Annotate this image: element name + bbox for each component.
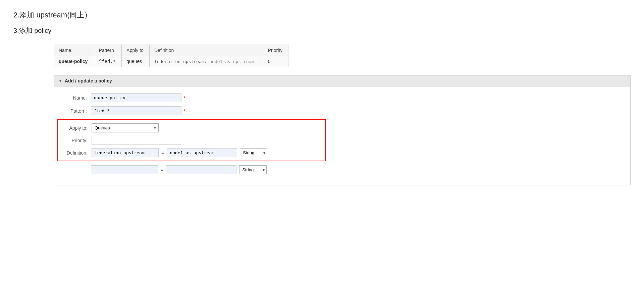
col-header-pattern: Pattern (94, 45, 122, 56)
def-val: node1-as-upstream (209, 59, 254, 64)
apply-to-row: Apply to: Queues Exchanges All (58, 123, 321, 132)
highlight-box: Apply to: Queues Exchanges All Priority:… (57, 119, 326, 161)
name-required-star: * (183, 95, 185, 101)
form-area: Name: * Pattern: * Apply to: Queues Exch… (54, 86, 631, 185)
definition-label: Definition: (58, 150, 92, 156)
step3-heading: 3.添加 policy (13, 26, 631, 35)
apply-to-select-wrapper: Queues Exchanges All (92, 123, 159, 132)
definition-row-1: Definition: = String Number Boolean List (58, 148, 321, 157)
def-key1-input[interactable] (92, 148, 159, 157)
col-header-definition: Definition (149, 45, 263, 56)
apply-to-label: Apply to: (58, 125, 92, 131)
def-equals-1: = (161, 150, 164, 156)
row-priority: 0 (263, 56, 288, 67)
def-key: federation-upstream: (154, 59, 207, 64)
def-type2-wrapper: String Number Boolean List (236, 165, 267, 174)
definition-row-2: = String Number Boolean List (57, 165, 624, 174)
priority-row: Priority: (58, 136, 321, 145)
pattern-input[interactable] (91, 106, 181, 115)
name-input[interactable] (91, 93, 181, 102)
def-type1-select[interactable]: String Number Boolean List (240, 148, 267, 157)
step2-heading: 2.添加 upstream(同上） (13, 10, 631, 20)
priority-label: Priority: (58, 138, 92, 143)
section-title: Add / update a policy (65, 78, 112, 83)
pattern-required-star: * (183, 108, 185, 114)
row-pattern: ^fed.* (94, 56, 122, 67)
def-val1-input[interactable] (167, 148, 237, 157)
def-equals-2: = (161, 167, 163, 173)
priority-input[interactable] (92, 136, 182, 145)
policy-table-wrapper: Name Pattern Apply to Definition Priorit… (54, 45, 631, 67)
def-val2-input[interactable] (166, 165, 236, 174)
col-header-apply-to: Apply to (122, 45, 150, 56)
row-apply-to: queues (122, 56, 150, 67)
policy-table: Name Pattern Apply to Definition Priorit… (54, 45, 288, 67)
collapse-arrow-icon: ▼ (59, 79, 62, 83)
row-name: queue-policy (54, 56, 94, 67)
pattern-row: Pattern: * (57, 106, 624, 115)
table-row: queue-policy ^fed.* queues federation-up… (54, 56, 288, 67)
apply-to-select[interactable]: Queues Exchanges All (92, 123, 159, 132)
def-type1-wrapper: String Number Boolean List (237, 148, 267, 157)
col-header-priority: Priority (263, 45, 288, 56)
def-key2-input[interactable] (91, 165, 158, 174)
row-definition: federation-upstream: node1-as-upstream (149, 56, 263, 67)
name-label: Name: (57, 95, 91, 101)
pattern-label: Pattern: (57, 108, 91, 114)
name-row: Name: * (57, 93, 624, 102)
def-type2-select[interactable]: String Number Boolean List (239, 165, 267, 174)
add-update-section: ▼ Add / update a policy Name: * Pattern:… (54, 75, 631, 185)
col-header-name: Name (54, 45, 94, 56)
section-header[interactable]: ▼ Add / update a policy (54, 75, 631, 86)
